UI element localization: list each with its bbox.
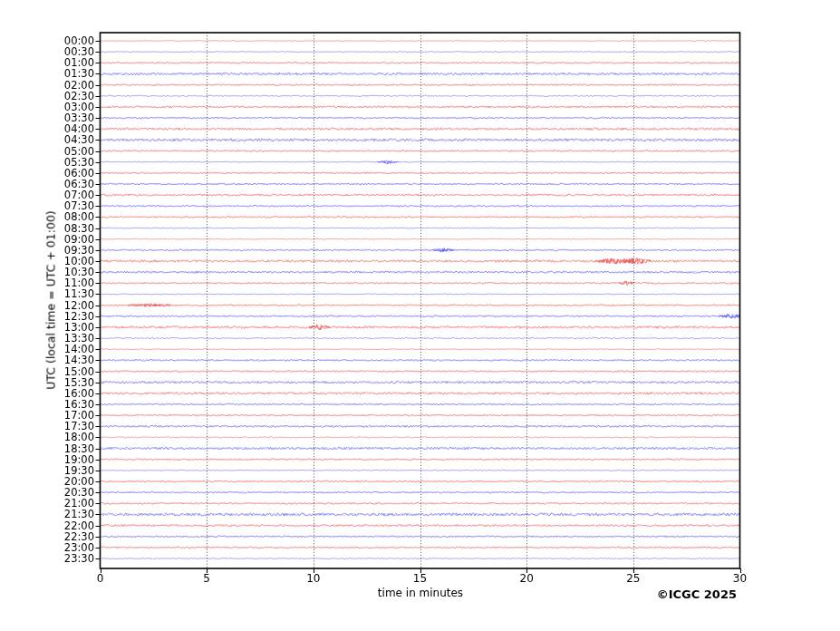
y-tick-label: 04:30 xyxy=(53,134,94,145)
y-tick-label: 05:00 xyxy=(53,146,94,157)
y-tick-label: 18:30 xyxy=(53,443,94,454)
y-tick-label: 22:00 xyxy=(53,520,94,531)
x-tick-label: 15 xyxy=(405,573,436,585)
x-tick-label: 25 xyxy=(618,573,649,585)
y-tick-label: 18:00 xyxy=(53,432,94,442)
x-axis-label: time in minutes xyxy=(378,587,463,599)
y-tick-label: 09:00 xyxy=(53,234,94,245)
copyright-notice: ©ICGC 2025 xyxy=(657,587,737,601)
y-tick-label: 12:30 xyxy=(53,311,94,322)
y-tick-label: 22:30 xyxy=(53,531,94,542)
y-tick-label: 02:00 xyxy=(53,80,94,91)
x-tick-label: 10 xyxy=(298,573,329,585)
y-tick-label: 08:30 xyxy=(53,223,94,234)
y-tick-label: 16:00 xyxy=(53,388,94,399)
y-tick-label: 14:30 xyxy=(53,354,94,365)
helicorder-canvas xyxy=(0,0,840,631)
y-tick-label: 11:30 xyxy=(53,288,94,299)
y-tick-label: 01:30 xyxy=(53,68,94,79)
x-tick-label: 0 xyxy=(85,573,116,585)
y-tick-label: 15:30 xyxy=(53,377,94,388)
y-tick-label: 08:00 xyxy=(53,211,94,222)
y-tick-label: 21:30 xyxy=(53,509,94,519)
y-tick-label: 06:00 xyxy=(53,168,94,179)
y-tick-label: 05:30 xyxy=(53,157,94,168)
y-tick-label: 02:30 xyxy=(53,91,94,102)
x-tick-label: 30 xyxy=(725,573,756,585)
y-tick-label: 12:00 xyxy=(53,300,94,311)
y-tick-label: 15:00 xyxy=(53,366,94,377)
x-tick-label: 5 xyxy=(191,573,222,585)
plot-area xyxy=(0,0,840,631)
helicorder-page: 10-12-2025 CA.ARBS..HH1 - High pass filt… xyxy=(0,0,840,631)
x-tick-label: 20 xyxy=(511,573,542,585)
y-tick-label: 19:00 xyxy=(53,454,94,465)
y-tick-label: 23:30 xyxy=(53,553,94,564)
